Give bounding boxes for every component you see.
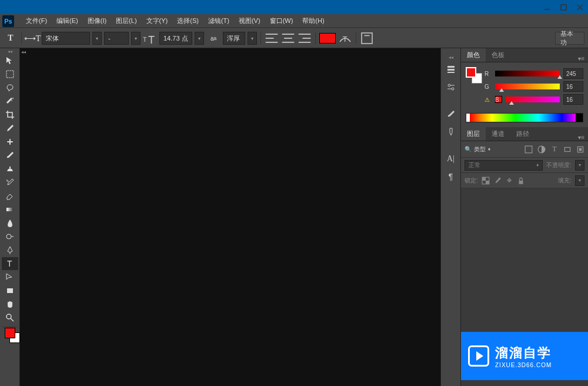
filter-adjust-icon[interactable] [537, 145, 546, 154]
tab-layers[interactable]: 图层 [461, 127, 486, 141]
brush-panel-icon[interactable] [443, 106, 459, 122]
layers-lock-row: 锁定: ✥ 填充: ▾ [461, 173, 588, 188]
properties-panel-icon[interactable] [443, 79, 459, 95]
app-logo[interactable]: Ps [2, 15, 14, 27]
fill-label: 填充: [558, 177, 572, 185]
layer-filter-type[interactable]: 🔍 类型 ♦ [465, 145, 490, 154]
menu-help[interactable]: 帮助(H) [298, 16, 329, 25]
menu-image[interactable]: 图像(I) [83, 16, 111, 25]
window-controls [539, 0, 588, 14]
history-panel-icon[interactable] [443, 61, 459, 78]
gradient-tool[interactable] [2, 203, 18, 216]
align-right-icon[interactable] [298, 31, 312, 45]
minimize-button[interactable] [539, 0, 555, 14]
menu-layer[interactable]: 图层(L) [111, 16, 141, 25]
path-selection-tool[interactable] [2, 271, 18, 284]
antialias-dropdown[interactable]: 浑厚 [223, 32, 245, 45]
magic-wand-tool[interactable] [2, 95, 18, 108]
marquee-tool[interactable] [2, 68, 18, 81]
fill-value[interactable]: ▾ [575, 175, 584, 186]
tab-paths[interactable]: 路径 [510, 127, 535, 141]
lock-move-icon[interactable]: ✥ [505, 177, 513, 185]
canvas-area[interactable]: ◂◂ [20, 48, 441, 386]
crop-tool[interactable] [2, 108, 18, 121]
font-size-arrow[interactable]: ▾ [195, 32, 204, 45]
filter-shape-icon[interactable] [563, 145, 572, 154]
b-value[interactable]: 16 [563, 94, 583, 105]
layers-panel-menu-icon[interactable]: ▾≡ [574, 134, 588, 141]
brush-tool[interactable] [2, 149, 18, 162]
foreground-color[interactable] [5, 328, 15, 338]
text-color-swatch[interactable] [319, 33, 336, 44]
clone-stamp-tool[interactable] [2, 162, 18, 175]
font-size-dropdown[interactable]: 14.73 点 [159, 32, 192, 45]
lock-pixels-icon[interactable] [482, 177, 490, 185]
rectangle-tool[interactable] [2, 284, 18, 297]
panel-fg-color[interactable] [466, 67, 476, 78]
menu-type[interactable]: 文字(Y) [142, 16, 173, 25]
color-panel-menu-icon[interactable]: ▾≡ [574, 55, 588, 62]
b-slider[interactable] [506, 96, 560, 102]
history-brush-tool[interactable] [2, 176, 18, 189]
g-slider[interactable] [495, 84, 560, 89]
font-style-dropdown[interactable]: - [104, 32, 129, 45]
brush-presets-icon[interactable] [443, 124, 459, 140]
watermark-title: 溜溜自学 [495, 344, 552, 362]
menu-edit[interactable]: 编辑(E) [52, 16, 83, 25]
paragraph-panel-icon[interactable]: ¶ [443, 168, 459, 185]
healing-brush-tool[interactable] [2, 135, 18, 148]
tab-swatches[interactable]: 色板 [486, 48, 510, 62]
warp-text-icon[interactable]: T [338, 31, 352, 45]
dodge-tool[interactable] [2, 230, 18, 243]
antialias-arrow[interactable]: ▾ [248, 32, 257, 45]
menu-file[interactable]: 文件(F) [21, 16, 52, 25]
eyedropper-tool[interactable] [2, 122, 18, 135]
type-tool[interactable]: T [2, 257, 18, 270]
filter-type-icon[interactable]: T [550, 145, 559, 154]
text-orientation-icon[interactable]: ⟷T [25, 31, 39, 45]
tool-preset-type-icon[interactable]: T [4, 31, 18, 45]
menu-window[interactable]: 窗口(W) [265, 16, 298, 25]
color-panel: R 245 G 16 ⚠ B 16 [461, 62, 588, 111]
filter-smart-icon[interactable] [576, 145, 584, 154]
color-panel-tabs: 颜色 色板 ▾≡ [461, 48, 588, 62]
blur-tool[interactable] [2, 217, 18, 229]
layers-panel-tabs: 图层 通道 路径 ▾≡ [461, 127, 588, 141]
filter-image-icon[interactable] [524, 145, 533, 154]
r-slider[interactable] [495, 71, 560, 76]
opacity-value[interactable]: ▾ [575, 160, 584, 171]
lasso-tool[interactable] [2, 81, 18, 94]
zoom-tool[interactable] [2, 311, 18, 324]
lock-all-icon[interactable] [517, 177, 525, 185]
align-left-icon[interactable] [265, 31, 279, 45]
tab-channels[interactable]: 通道 [486, 127, 510, 141]
watermark-url: ZIXUE.3D66.COM [495, 362, 552, 368]
move-tool[interactable] [2, 54, 18, 67]
svg-point-28 [6, 314, 11, 319]
strip-grip[interactable]: ◂◂ [441, 54, 460, 60]
menu-filter[interactable]: 滤镜(T) [203, 16, 234, 25]
toolbox-grip[interactable]: ◂◂ [0, 48, 19, 54]
color-ramp[interactable] [466, 113, 583, 122]
tab-color[interactable]: 颜色 [461, 48, 486, 62]
menu-select[interactable]: 选择(S) [172, 16, 203, 25]
canvas-grip-icon[interactable]: ◂◂ [21, 49, 26, 55]
font-family-arrow[interactable]: ▾ [92, 32, 102, 45]
character-panel-icon[interactable] [360, 31, 374, 45]
character-panel-icon-strip[interactable]: A| [443, 151, 459, 167]
pen-tool[interactable] [2, 244, 18, 257]
maximize-button[interactable] [555, 0, 572, 14]
g-value[interactable]: 16 [563, 81, 583, 92]
hand-tool[interactable] [2, 298, 18, 311]
menu-view[interactable]: 视图(V) [234, 16, 265, 25]
close-button[interactable] [572, 0, 588, 14]
lock-paint-icon[interactable] [493, 177, 502, 185]
r-value[interactable]: 245 [563, 68, 583, 79]
font-style-arrow[interactable]: ▾ [131, 32, 141, 45]
align-center-icon[interactable] [281, 31, 295, 45]
workspace-switcher[interactable]: 基本功 [555, 32, 584, 45]
eraser-tool[interactable] [2, 189, 18, 202]
gamut-warning-icon[interactable]: ⚠ [485, 96, 492, 103]
font-family-dropdown[interactable]: 宋体 [42, 32, 90, 45]
blend-mode-dropdown[interactable]: 正常♦ [465, 160, 543, 171]
